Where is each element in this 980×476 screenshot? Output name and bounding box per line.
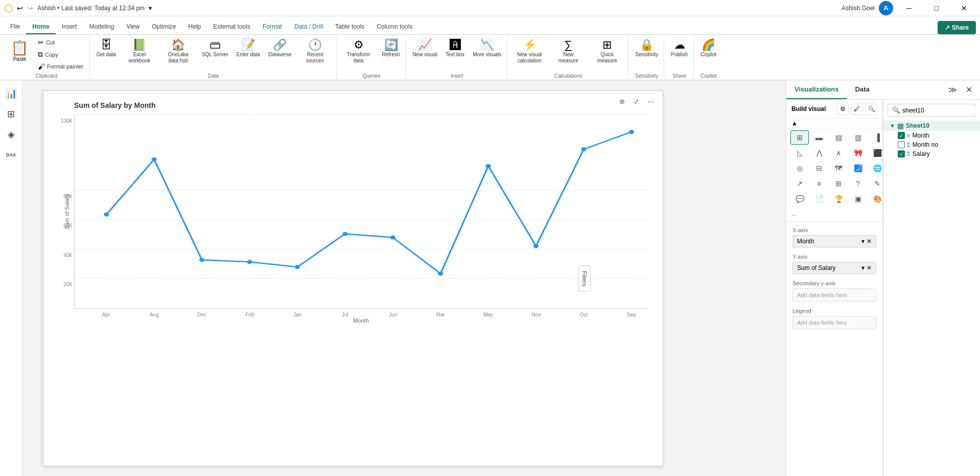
- xaxis-field[interactable]: Month ▾ ✕: [792, 235, 876, 247]
- new-visual-calc-button[interactable]: ⚡ New visual calculation: [510, 37, 548, 66]
- copilot-button[interactable]: 🌈 Copilot: [697, 37, 720, 60]
- tab-file[interactable]: File: [4, 20, 26, 34]
- viz-kpi-icon[interactable]: ↗: [790, 176, 809, 191]
- viz-collapse-row[interactable]: ▲: [786, 119, 882, 128]
- share-button[interactable]: ↗ Share: [938, 21, 976, 34]
- maximize-btn[interactable]: □: [925, 0, 948, 16]
- viz-map-icon[interactable]: 🗺: [829, 161, 848, 175]
- viz-filled-map-icon[interactable]: 🗾: [849, 161, 867, 175]
- quick-measure-button[interactable]: ⊞ Quick measure: [588, 37, 626, 66]
- tab-data-drill[interactable]: Data / Drill: [288, 20, 329, 34]
- viz-q-and-a-icon[interactable]: ?: [849, 176, 867, 191]
- viz-smart-narrative-icon[interactable]: ✎: [868, 176, 883, 191]
- viz-bar-icon[interactable]: ▬: [810, 130, 828, 145]
- tab-data[interactable]: Data: [847, 80, 877, 99]
- sqlserver-button[interactable]: 🗃 SQL Server: [198, 37, 232, 60]
- more-visuals-button[interactable]: 📉 More visuals: [469, 37, 505, 60]
- viz-area-icon[interactable]: ◺: [790, 146, 809, 160]
- month-checkbox[interactable]: ✓: [898, 132, 905, 139]
- data-search[interactable]: 🔍 ✕: [888, 104, 976, 117]
- viz-format-icon[interactable]: 🖊: [851, 103, 863, 115]
- publish-button[interactable]: ☁ Publish: [667, 37, 691, 60]
- yaxis-remove-icon[interactable]: ✕: [867, 264, 872, 271]
- onelakedatahub-button[interactable]: 🏠 OneLake data hub: [159, 37, 197, 66]
- tab-optimize[interactable]: Optimize: [146, 20, 182, 34]
- tab-column-tools[interactable]: Column tools: [370, 20, 418, 34]
- viz-slicer-icon[interactable]: ≡: [810, 176, 828, 191]
- table-item-sheet10[interactable]: ▼ ▦ Sheet10: [883, 121, 980, 131]
- new-visual-button[interactable]: 📈 New visual: [409, 37, 441, 60]
- viz-card-icon[interactable]: ▣: [849, 192, 867, 206]
- sidebar-report-icon[interactable]: 📊: [2, 84, 20, 103]
- search-input[interactable]: [902, 107, 979, 114]
- viz-line-stacked-icon[interactable]: ⋀: [810, 146, 828, 160]
- more-visuals-dots[interactable]: ...: [786, 208, 882, 219]
- viz-azure-map-icon[interactable]: 🌐: [868, 161, 883, 175]
- text-box-button[interactable]: 🅰 Text box: [442, 37, 468, 60]
- tab-help[interactable]: Help: [182, 20, 207, 34]
- field-month-no[interactable]: Σ Month no: [883, 140, 980, 149]
- xaxis-dropdown-icon[interactable]: ▾: [861, 238, 865, 245]
- tab-view[interactable]: View: [120, 20, 146, 34]
- viz-table-icon[interactable]: ⊞: [790, 130, 809, 145]
- format-painter-button[interactable]: 🖌 Format painter: [34, 61, 87, 72]
- tab-visualizations[interactable]: Visualizations: [786, 80, 847, 99]
- field-icon-month: ≡: [907, 132, 910, 139]
- viz-trophy-icon[interactable]: 🏆: [829, 192, 848, 206]
- viz-analytics-icon[interactable]: 🔍: [865, 103, 877, 115]
- tab-insert[interactable]: Insert: [56, 20, 83, 34]
- sidebar-model-icon[interactable]: ◈: [2, 125, 20, 144]
- viz-paginated-icon[interactable]: 📄: [810, 192, 828, 206]
- viz-ribbon-icon[interactable]: 🎀: [849, 146, 867, 160]
- viz-clustered-col-icon[interactable]: ▐: [868, 130, 883, 145]
- yaxis-field[interactable]: Sum of Salary ▾ ✕: [792, 262, 876, 274]
- get-data-button[interactable]: 🗄 Get data: [93, 37, 120, 60]
- sqlserver-icon: 🗃: [209, 39, 221, 51]
- yaxis-dropdown-icon[interactable]: ▾: [861, 264, 865, 271]
- salary-checkbox[interactable]: ✓: [898, 150, 905, 157]
- xaxis-remove-icon[interactable]: ✕: [867, 238, 872, 245]
- viz-matrix-icon[interactable]: ⊞: [829, 176, 848, 191]
- excel-button[interactable]: 📗 Excel workbook: [121, 37, 158, 66]
- cut-button[interactable]: ✂ Cut: [34, 37, 87, 48]
- sidebar-dax-icon[interactable]: DAX: [2, 146, 20, 164]
- tab-format[interactable]: Format: [256, 20, 288, 34]
- viz-donut-icon[interactable]: ◎: [790, 161, 809, 175]
- field-salary[interactable]: ✓ Σ Salary: [883, 149, 980, 158]
- transform-data-button[interactable]: ⚙ Transform data: [340, 37, 378, 66]
- tab-table-tools[interactable]: Table tools: [329, 20, 370, 34]
- tab-home[interactable]: Home: [26, 20, 55, 34]
- viz-stacked-bar-icon[interactable]: ▤: [829, 130, 848, 145]
- viz-waterfall-icon[interactable]: ⬛: [868, 146, 883, 160]
- sensitivity-button[interactable]: 🔒 Sensitivity: [632, 37, 662, 60]
- tab-modeling[interactable]: Modeling: [83, 20, 121, 34]
- viz-line-clustered-icon[interactable]: ∧: [829, 146, 848, 160]
- month-no-checkbox[interactable]: [898, 141, 905, 148]
- viz-treemap-icon[interactable]: ⊟: [810, 161, 828, 175]
- close-btn[interactable]: ✕: [952, 0, 976, 16]
- dataverse-button[interactable]: 🔗 Dataverse: [265, 37, 295, 60]
- enterdata-button[interactable]: 📝 Enter data: [233, 37, 264, 60]
- new-measure-button[interactable]: ∑ New measure: [549, 37, 587, 66]
- tab-external-tools[interactable]: External tools: [207, 20, 256, 34]
- viz-settings-icon[interactable]: ⚙: [836, 103, 849, 115]
- refresh-button[interactable]: 🔄 Refresh: [379, 37, 404, 60]
- viz-tooltip-icon[interactable]: 💬: [790, 192, 809, 206]
- panel-close-btn[interactable]: ✕: [962, 83, 976, 97]
- field-month[interactable]: ✓ ≡ Month: [883, 131, 980, 140]
- dropdown-icon[interactable]: ▾: [149, 5, 152, 12]
- sensitivity-label: Sensitivity: [632, 72, 662, 79]
- viz-color2-icon[interactable]: 🎨: [868, 192, 883, 206]
- sidebar-table-icon[interactable]: ⊞: [2, 105, 20, 123]
- panel-expand-btn[interactable]: ≫: [945, 83, 960, 97]
- paste-button[interactable]: 📋 Paste: [6, 37, 33, 64]
- viz-100bar-icon[interactable]: ▥: [849, 130, 867, 145]
- redo-btn[interactable]: ↪: [27, 4, 33, 12]
- secondary-yaxis-empty[interactable]: Add data fields here: [792, 288, 876, 302]
- recent-sources-button[interactable]: 🕐 Recent sources: [296, 37, 334, 66]
- legend-empty[interactable]: Add data fields here: [792, 316, 876, 329]
- undo-btn[interactable]: ↩: [17, 4, 23, 12]
- copy-button[interactable]: ⧉ Copy: [34, 49, 87, 60]
- minimize-btn[interactable]: ─: [897, 0, 921, 16]
- filters-tab[interactable]: Filters: [578, 265, 591, 292]
